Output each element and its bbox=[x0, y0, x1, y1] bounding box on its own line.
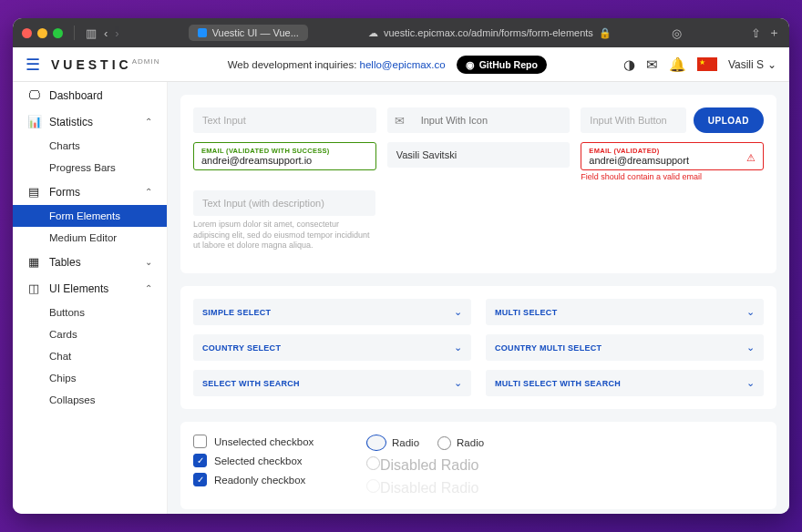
chevron-up-icon: ⌃ bbox=[145, 187, 152, 197]
palette-icon[interactable]: ◑ bbox=[623, 56, 635, 73]
chevron-down-icon: ⌄ bbox=[746, 306, 755, 318]
hamburger-icon[interactable]: ☰ bbox=[26, 55, 40, 75]
tab-title: Vuestic UI — Vue... bbox=[212, 27, 299, 38]
bell-icon[interactable]: 🔔 bbox=[669, 56, 686, 73]
input-with-icon[interactable]: ✉ bbox=[387, 107, 571, 133]
chevron-down-icon: ⌄ bbox=[454, 377, 462, 389]
radio-disabled-2: Disabled Radio bbox=[366, 479, 764, 496]
field-value: andrei@dreamsupport bbox=[589, 155, 756, 166]
chevron-up-icon: ⌃ bbox=[145, 117, 152, 127]
user-menu[interactable]: Vasili S ⌄ bbox=[728, 58, 776, 71]
inquiry-text: Web development inquiries: hello@epicmax… bbox=[228, 59, 446, 70]
sidebar-item-ui-elements[interactable]: ◫ UI Elements ⌃ bbox=[13, 275, 167, 302]
browser-tab[interactable]: Vuestic UI — Vue... bbox=[189, 25, 308, 41]
inquiry-email-link[interactable]: hello@epicmax.co bbox=[360, 59, 446, 70]
tables-icon: ▦ bbox=[27, 255, 40, 269]
logo: VUESTICADMIN bbox=[51, 57, 159, 72]
mail-icon: ✉ bbox=[387, 114, 412, 128]
language-flag[interactable] bbox=[697, 57, 717, 71]
sidebar-item-dashboard[interactable]: 🖵 Dashboard bbox=[13, 82, 167, 108]
chevron-up-icon: ⌃ bbox=[145, 283, 152, 293]
forward-icon: › bbox=[115, 26, 118, 40]
email-error-field[interactable]: EMAIL (VALIDATED) andrei@dreamsupport ⚠ bbox=[581, 142, 764, 170]
text-input[interactable] bbox=[193, 107, 376, 133]
field-value: andrei@dreamsupport.io bbox=[201, 155, 368, 166]
sidebar-item-cards[interactable]: Cards bbox=[13, 323, 167, 345]
close-window[interactable] bbox=[22, 28, 32, 38]
input-with-icon-field[interactable] bbox=[412, 107, 571, 133]
share-icon[interactable]: ⇧ bbox=[751, 26, 761, 40]
maximize-window[interactable] bbox=[53, 28, 63, 38]
browser-window: ▥ ‹ › Vuestic UI — Vue... ☁︎ vuestic.epi… bbox=[13, 18, 789, 514]
selects-card: SIMPLE SELECT⌄ MULTI SELECT⌄ COUNTRY SEL… bbox=[180, 286, 776, 409]
app-header: ☰ VUESTICADMIN Web development inquiries… bbox=[13, 47, 789, 82]
sidebar-item-collapses[interactable]: Collapses bbox=[13, 389, 167, 411]
address-bar[interactable]: ☁︎ vuestic.epicmax.co/admin/forms/form-e… bbox=[321, 27, 659, 39]
sidebar-label: Statistics bbox=[49, 116, 93, 128]
statistics-icon: 📊 bbox=[27, 115, 40, 128]
extension-icon[interactable]: ◎ bbox=[672, 26, 682, 40]
simple-select[interactable]: SIMPLE SELECT⌄ bbox=[193, 299, 471, 325]
upload-button[interactable]: UPLOAD bbox=[694, 107, 764, 133]
multi-select-with-search[interactable]: MULTI SELECT WITH SEARCH⌄ bbox=[486, 370, 764, 396]
sidebar-label: Forms bbox=[49, 186, 80, 199]
new-tab-icon[interactable]: ＋ bbox=[768, 25, 780, 41]
chevron-down-icon: ⌄ bbox=[767, 58, 776, 71]
sidebar-item-charts[interactable]: Charts bbox=[13, 135, 167, 157]
radio-1[interactable]: Radio bbox=[366, 435, 419, 451]
lock-icon: 🔒 bbox=[599, 27, 612, 39]
chevron-down-icon: ⌄ bbox=[454, 306, 462, 318]
sidebar-label: UI Elements bbox=[49, 282, 108, 295]
inputs-card: ✉ UPLOAD EMAIL (VALIDATED WITH SUCCESS) … bbox=[180, 95, 776, 273]
warning-icon: ⚠ bbox=[746, 152, 756, 164]
checkbox-unselected[interactable]: Unselected checkbox bbox=[193, 435, 330, 448]
radio-2[interactable]: Radio bbox=[437, 435, 484, 451]
github-icon: ◉ bbox=[466, 59, 475, 70]
sidebar-toggle-icon[interactable]: ▥ bbox=[86, 26, 97, 40]
ui-elements-icon: ◫ bbox=[27, 281, 40, 295]
titlebar: ▥ ‹ › Vuestic UI — Vue... ☁︎ vuestic.epi… bbox=[13, 18, 789, 47]
minimize-window[interactable] bbox=[37, 28, 47, 38]
sidebar: 🖵 Dashboard 📊 Statistics ⌃ Charts Progre… bbox=[13, 82, 168, 514]
sidebar-item-tables[interactable]: ▦ Tables ⌄ bbox=[13, 249, 167, 275]
multi-select[interactable]: MULTI SELECT⌄ bbox=[486, 299, 764, 325]
sidebar-item-chat[interactable]: Chat bbox=[13, 345, 167, 367]
checkbox-readonly: ✓Readonly checkbox bbox=[193, 473, 330, 486]
chevron-down-icon: ⌄ bbox=[454, 342, 462, 353]
input-with-description[interactable] bbox=[193, 190, 375, 216]
sidebar-item-chips[interactable]: Chips bbox=[13, 367, 167, 389]
checkbox-selected[interactable]: ✓Selected checkbox bbox=[193, 454, 330, 467]
sidebar-item-medium-editor[interactable]: Medium Editor bbox=[13, 227, 167, 249]
field-label: EMAIL (VALIDATED WITH SUCCESS) bbox=[201, 147, 368, 155]
sidebar-item-buttons[interactable]: Buttons bbox=[13, 302, 167, 323]
back-icon[interactable]: ‹ bbox=[104, 26, 108, 40]
name-field[interactable]: Vasili Savitski bbox=[387, 142, 571, 168]
sidebar-item-progress-bars[interactable]: Progress Bars bbox=[13, 157, 167, 179]
checkbox-radio-card: Unselected checkbox ✓Selected checkbox ✓… bbox=[180, 422, 776, 509]
sidebar-label: Tables bbox=[49, 256, 81, 269]
globe-icon: ☁︎ bbox=[368, 27, 378, 39]
chevron-down-icon: ⌄ bbox=[145, 257, 152, 267]
github-repo-button[interactable]: ◉ GitHub Repo bbox=[457, 56, 547, 74]
chevron-down-icon: ⌄ bbox=[746, 377, 755, 389]
input-with-button[interactable] bbox=[581, 107, 685, 133]
sidebar-item-forms[interactable]: ▤ Forms ⌃ bbox=[13, 179, 167, 205]
mail-icon[interactable]: ✉ bbox=[646, 56, 658, 73]
error-message: Field should contain a valid email bbox=[581, 172, 764, 181]
field-label: EMAIL (VALIDATED) bbox=[589, 147, 756, 155]
country-multi-select[interactable]: COUNTRY MULTI SELECT⌄ bbox=[486, 334, 764, 361]
favicon bbox=[198, 28, 207, 37]
sidebar-label: Dashboard bbox=[49, 89, 103, 102]
url-text: vuestic.epicmax.co/admin/forms/form-elem… bbox=[384, 27, 593, 38]
forms-icon: ▤ bbox=[27, 185, 40, 199]
email-success-field[interactable]: EMAIL (VALIDATED WITH SUCCESS) andrei@dr… bbox=[193, 142, 376, 170]
description-text: Lorem ipsum dolor sit amet, consectetur … bbox=[193, 220, 375, 251]
country-select[interactable]: COUNTRY SELECT⌄ bbox=[193, 334, 471, 361]
radio-disabled: Disabled Radio bbox=[366, 456, 764, 474]
main-content: ✉ UPLOAD EMAIL (VALIDATED WITH SUCCESS) … bbox=[168, 82, 789, 514]
sidebar-item-form-elements[interactable]: Form Elements bbox=[13, 205, 167, 227]
dashboard-icon: 🖵 bbox=[27, 88, 40, 102]
select-with-search[interactable]: SELECT WITH SEARCH⌄ bbox=[193, 370, 471, 396]
sidebar-item-statistics[interactable]: 📊 Statistics ⌃ bbox=[13, 108, 167, 135]
chevron-down-icon: ⌄ bbox=[746, 342, 755, 353]
